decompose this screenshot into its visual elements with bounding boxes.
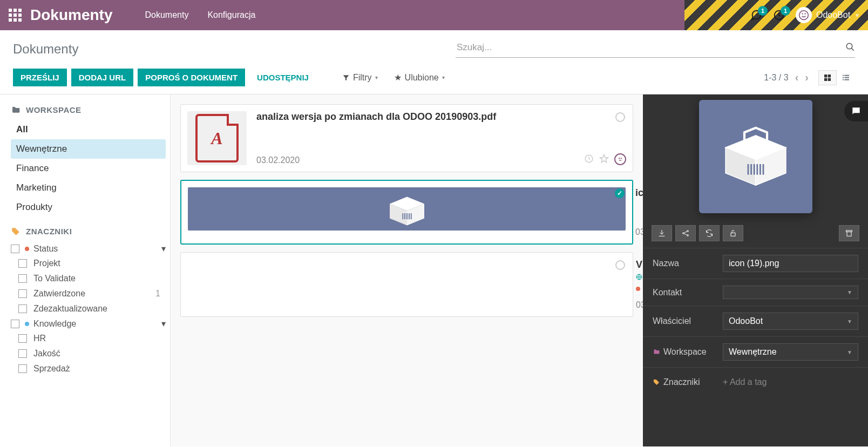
tag-group-header[interactable]: Status▾ xyxy=(11,241,166,256)
sidebar-workspace-item[interactable]: Wewnętrzne xyxy=(11,139,166,159)
select-toggle[interactable] xyxy=(615,112,625,122)
favorites-dropdown[interactable]: ★ Ulubione ▾ xyxy=(394,72,445,83)
archive-icon[interactable] xyxy=(839,225,859,241)
menu-documents[interactable]: Dokumenty xyxy=(145,10,188,20)
name-field[interactable]: icon (19).png xyxy=(723,255,858,272)
sidebar-workspace-item[interactable]: All xyxy=(11,120,166,139)
chatter-icon[interactable] xyxy=(844,101,868,121)
clock-icon[interactable] xyxy=(584,154,594,165)
select-toggle[interactable] xyxy=(615,260,625,270)
star-icon: ★ xyxy=(394,72,402,83)
badge: 1 xyxy=(781,6,790,16)
tag-color-dot xyxy=(25,322,29,326)
svg-rect-13 xyxy=(843,79,844,80)
top-navbar: Dokumenty Dokumenty Konfiguracja 1 1 Odo… xyxy=(0,0,868,30)
document-card[interactable]: icon (19).png 03.02.2020 xyxy=(180,180,633,245)
messaging-icon[interactable]: 1 xyxy=(750,9,762,21)
checkbox[interactable] xyxy=(11,245,19,253)
svg-point-16 xyxy=(619,158,620,159)
tag-item[interactable]: Zatwierdzone1 xyxy=(11,286,166,301)
search-icon[interactable] xyxy=(845,42,855,53)
request-doc-button[interactable]: POPROŚ O DOKUMENT xyxy=(138,69,245,86)
download-icon[interactable] xyxy=(652,225,672,241)
badge: 1 xyxy=(758,6,768,16)
workspace-field[interactable]: Wewnętrzne▼ xyxy=(723,343,858,361)
star-icon[interactable] xyxy=(599,154,609,165)
doc-title: Video: Odoo Documents xyxy=(636,259,643,270)
doc-date: 03.02.2020 xyxy=(256,155,300,165)
list-view-icon[interactable] xyxy=(837,70,855,85)
add-url-button[interactable]: DODAJ URL xyxy=(71,69,134,86)
folder-icon xyxy=(653,349,660,355)
menu-config[interactable]: Konfiguracja xyxy=(207,10,255,20)
checkbox[interactable] xyxy=(11,320,19,328)
tag-item[interactable]: Projekt xyxy=(11,256,166,271)
tags-label: Znaczniki xyxy=(653,377,723,387)
search-input[interactable] xyxy=(456,40,835,55)
pager-text: 1-3 / 3 xyxy=(764,73,788,83)
svg-point-17 xyxy=(621,158,621,159)
tag-item[interactable]: HR xyxy=(11,331,166,346)
document-list: A analiza wersja po zmianach dla ODOO 20… xyxy=(171,94,643,446)
sidebar: WORKSPACE AllWewnętrzneFinanceMarketingP… xyxy=(0,94,171,446)
doc-date: 03.02.2020 xyxy=(635,227,643,237)
folder-icon xyxy=(11,106,21,114)
svg-rect-9 xyxy=(843,74,844,76)
owner-field[interactable]: OdooBot▼ xyxy=(723,313,858,330)
pager: 1-3 / 3 ‹ › xyxy=(764,71,809,84)
apps-switcher-icon[interactable] xyxy=(0,9,30,22)
lock-icon[interactable] xyxy=(723,225,743,241)
tag-item[interactable]: Sprzedaż xyxy=(11,361,166,376)
tag-group-header[interactable]: Knowledge▾ xyxy=(11,316,166,331)
document-card[interactable]: A analiza wersja po zmianach dla ODOO 20… xyxy=(180,104,633,172)
search-bar[interactable] xyxy=(456,40,855,58)
kanban-view-icon[interactable] xyxy=(818,70,837,85)
replace-icon[interactable] xyxy=(699,225,720,241)
upload-button[interactable]: PRZEŚLIJ xyxy=(13,69,67,86)
pager-next-icon[interactable]: › xyxy=(805,71,809,84)
doc-link[interactable]: https://youtu.be/Ayab6wZ_U1A xyxy=(636,273,643,281)
activity-icon[interactable]: 1 xyxy=(773,9,785,21)
doc-date: 03.02.2020 xyxy=(636,300,643,310)
share-button[interactable]: UDOSTĘPNIJ xyxy=(249,69,316,86)
pager-prev-icon[interactable]: ‹ xyxy=(795,71,799,84)
sidebar-workspace-item[interactable]: Produkty xyxy=(11,198,166,217)
username: OdooBot xyxy=(816,10,850,20)
checkbox[interactable] xyxy=(18,259,27,268)
caret-icon: ▾ xyxy=(442,74,445,80)
smile-icon[interactable] xyxy=(614,153,626,165)
checkbox[interactable] xyxy=(18,334,27,343)
svg-rect-12 xyxy=(844,77,849,78)
share-icon[interactable] xyxy=(675,225,696,241)
chevron-down-icon: ▾ xyxy=(161,243,166,254)
checkbox[interactable] xyxy=(18,304,27,313)
checkbox[interactable] xyxy=(18,289,27,298)
contact-field[interactable]: ▼ xyxy=(723,286,858,299)
caret-icon: ▼ xyxy=(855,12,860,18)
document-card[interactable]: Video: Odoo Documents https://youtu.be/A… xyxy=(180,252,633,317)
contact-label: Kontakt xyxy=(653,288,723,297)
preview-thumbnail[interactable] xyxy=(699,100,812,213)
tags-header: ZNACZNIKI xyxy=(11,227,166,236)
checkbox[interactable] xyxy=(18,274,27,283)
filters-dropdown[interactable]: Filtry ▾ xyxy=(342,72,378,83)
tags-field[interactable]: + Add a tag xyxy=(723,374,858,390)
tag-item[interactable]: Zdezaktualizowane xyxy=(11,301,166,316)
svg-point-3 xyxy=(805,13,805,14)
doc-tag: Zatwierdzone xyxy=(636,285,643,293)
workspace-header: WORKSPACE xyxy=(11,105,166,114)
svg-point-39 xyxy=(687,231,689,232)
select-toggle[interactable] xyxy=(615,188,625,198)
checkbox[interactable] xyxy=(18,364,27,373)
sidebar-workspace-item[interactable]: Marketing xyxy=(11,178,166,198)
checkbox[interactable] xyxy=(18,349,27,358)
preview-area xyxy=(643,94,868,219)
user-menu[interactable]: OdooBot ▼ xyxy=(796,7,860,23)
tag-item[interactable]: Jakość xyxy=(11,346,166,361)
svg-rect-43 xyxy=(847,232,851,236)
sidebar-workspace-item[interactable]: Finance xyxy=(11,159,166,178)
svg-point-1 xyxy=(799,11,809,20)
tag-item[interactable]: To Validate xyxy=(11,271,166,286)
svg-point-2 xyxy=(802,13,803,14)
breadcrumb: Dokumenty xyxy=(13,42,78,57)
